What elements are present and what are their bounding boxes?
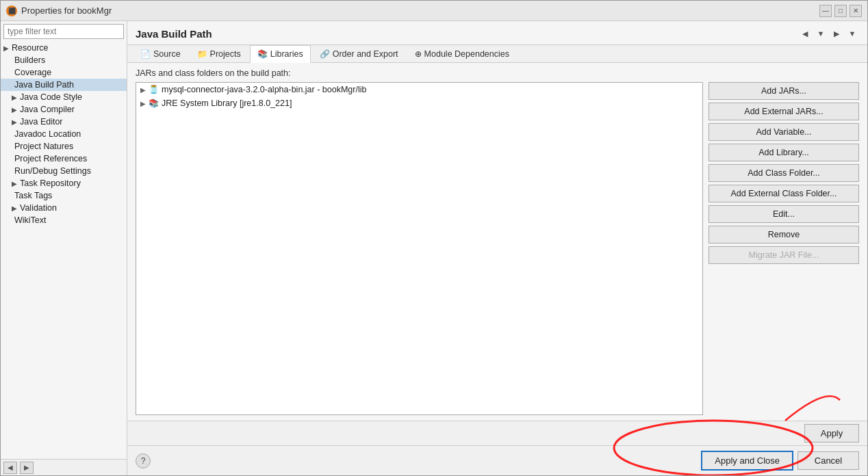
tab-projects-label: Projects (210, 49, 241, 59)
module-tab-icon: ⊕ (415, 49, 422, 59)
sidebar-item-label: Project References (14, 154, 87, 163)
dialog-row: ? Apply and Close Cancel (127, 445, 867, 475)
jar-expand-arrow: ▶ (140, 86, 146, 94)
add-external-class-folder-button[interactable]: Add External Class Folder... (709, 185, 859, 202)
tab-module-dependencies[interactable]: ⊕ Module Dependencies (407, 45, 517, 62)
title-bar: ⬛ Properties for bookMgr — □ ✕ (1, 1, 867, 21)
sidebar-item-project-natures[interactable]: Project Natures (1, 140, 127, 153)
filter-input[interactable] (3, 24, 124, 39)
sidebar-item-task-repository[interactable]: ▶ Task Repository (1, 177, 127, 189)
sidebar-back-button[interactable]: ◀ (3, 462, 17, 474)
help-button[interactable]: ? (136, 453, 151, 468)
add-jars-button[interactable]: Add JARs... (709, 82, 859, 100)
add-external-jars-button[interactable]: Add External JARs... (709, 103, 859, 120)
sidebar-item-builders[interactable]: Builders (1, 54, 127, 66)
nav-menu-button[interactable]: ▼ (845, 27, 859, 40)
cancel-button[interactable]: Cancel (797, 451, 859, 470)
tab-libraries-label: Libraries (270, 49, 303, 59)
migrate-jar-button[interactable]: Migrate JAR File... (709, 246, 859, 264)
build-path-content: JARs and class folders on the build path… (127, 63, 867, 421)
sidebar-item-wikitext[interactable]: WikiText (1, 214, 127, 226)
main-window: ⬛ Properties for bookMgr — □ ✕ ▶ Resourc… (0, 0, 868, 476)
sidebar-item-label: WikiText (14, 215, 47, 225)
sidebar-item-java-editor[interactable]: ▶ Java Editor (1, 116, 127, 128)
window-title: Properties for bookMgr (21, 5, 112, 16)
sidebar: ▶ Resource Builders Coverage Java Build … (1, 21, 127, 475)
window-icon: ⬛ (6, 5, 17, 16)
sidebar-item-label: Java Build Path (14, 80, 74, 90)
tab-bar: 📄 Source 📁 Projects 📚 Libraries 🔗 Order … (127, 45, 867, 63)
tab-order-export[interactable]: 🔗 Order and Export (312, 45, 406, 62)
expand-arrow: ▶ (12, 106, 17, 114)
tab-source[interactable]: 📄 Source (133, 45, 188, 62)
add-variable-button[interactable]: Add Variable... (709, 123, 859, 141)
add-library-button[interactable]: Add Library... (709, 144, 859, 161)
build-path-main: ▶ 🫙 mysql-connector-java-3.2.0-alpha-bin… (136, 82, 859, 415)
apply-button[interactable]: Apply (804, 424, 859, 442)
expand-arrow: ▶ (12, 180, 17, 187)
sidebar-item-label: Builders (14, 55, 45, 65)
sidebar-item-label: Java Compiler (20, 105, 75, 114)
sidebar-item-label: Validation (20, 203, 57, 213)
source-tab-icon: 📄 (140, 49, 151, 59)
sidebar-item-run-debug[interactable]: Run/Debug Settings (1, 165, 127, 177)
nav-back-button[interactable]: ◀ (798, 27, 812, 40)
jar-icon-jre: 📚 (149, 98, 159, 108)
sidebar-item-label: Project Natures (14, 142, 73, 151)
bottom-right: Apply and Close Cancel (701, 451, 859, 471)
sidebar-item-label: Task Tags (14, 191, 52, 200)
sidebar-item-java-build-path[interactable]: Java Build Path (1, 79, 127, 91)
add-class-folder-button[interactable]: Add Class Folder... (709, 164, 859, 182)
sidebar-item-task-tags[interactable]: Task Tags (1, 189, 127, 202)
expand-arrow: ▶ (12, 94, 17, 101)
panel-title: Java Build Path (136, 28, 212, 40)
close-button[interactable]: ✕ (850, 5, 862, 17)
tab-libraries[interactable]: 📚 Libraries (250, 45, 311, 63)
action-buttons-panel: Add JARs... Add External JARs... Add Var… (709, 82, 859, 415)
jar-icon-mysql: 🫙 (149, 85, 159, 94)
nav-forward-button[interactable]: ▶ (830, 27, 843, 40)
sidebar-forward-button[interactable]: ▶ (20, 462, 34, 474)
bottom-left: ? (136, 453, 151, 468)
jar-expand-arrow: ▶ (140, 100, 146, 107)
tab-source-label: Source (153, 49, 181, 59)
nav-dropdown-button[interactable]: ▼ (814, 27, 828, 40)
tab-order-label: Order and Export (333, 49, 398, 59)
title-bar-left: ⬛ Properties for bookMgr (6, 5, 112, 16)
jar-item-mysql[interactable]: ▶ 🫙 mysql-connector-java-3.2.0-alpha-bin… (136, 83, 702, 96)
main-content: ▶ Resource Builders Coverage Java Build … (1, 21, 867, 475)
expand-arrow: ▶ (12, 204, 17, 212)
expand-arrow: ▶ (12, 118, 17, 126)
sidebar-item-java-compiler[interactable]: ▶ Java Compiler (1, 103, 127, 116)
apply-row: Apply (127, 421, 867, 445)
tab-projects[interactable]: 📁 Projects (190, 45, 248, 62)
expand-arrow: ▶ (3, 44, 9, 52)
edit-button[interactable]: Edit... (709, 205, 859, 223)
remove-button[interactable]: Remove (709, 226, 859, 243)
sidebar-item-label: Javadoc Location (14, 129, 81, 139)
order-tab-icon: 🔗 (320, 49, 330, 59)
sidebar-item-java-code-style[interactable]: ▶ Java Code Style (1, 91, 127, 103)
sidebar-item-label: Coverage (14, 68, 51, 77)
minimize-button[interactable]: — (819, 5, 832, 17)
sidebar-item-label: Java Code Style (20, 92, 82, 102)
jar-label-jre: JRE System Library [jre1.8.0_221] (162, 98, 292, 108)
sidebar-item-label: Resource (12, 43, 49, 53)
panel-nav-icons: ◀ ▼ ▶ ▼ (798, 27, 859, 40)
sidebar-item-coverage[interactable]: Coverage (1, 66, 127, 79)
maximize-button[interactable]: □ (834, 5, 847, 17)
sidebar-item-label: Java Editor (20, 117, 63, 127)
sidebar-item-resource[interactable]: ▶ Resource (1, 42, 127, 54)
tab-module-label: Module Dependencies (424, 49, 509, 59)
title-controls: — □ ✕ (819, 5, 862, 17)
jar-item-jre[interactable]: ▶ 📚 JRE System Library [jre1.8.0_221] (136, 96, 702, 110)
jar-label-mysql: mysql-connector-java-3.2.0-alpha-bin.jar… (162, 85, 366, 94)
build-path-label: JARs and class folders on the build path… (136, 68, 859, 78)
panel-header: Java Build Path ◀ ▼ ▶ ▼ (127, 21, 867, 45)
apply-and-close-button[interactable]: Apply and Close (701, 451, 793, 471)
sidebar-item-label: Task Repository (20, 178, 81, 188)
sidebar-item-validation[interactable]: ▶ Validation (1, 202, 127, 214)
sidebar-item-javadoc-location[interactable]: Javadoc Location (1, 128, 127, 140)
sidebar-item-label: Run/Debug Settings (14, 166, 91, 176)
sidebar-item-project-references[interactable]: Project References (1, 153, 127, 165)
